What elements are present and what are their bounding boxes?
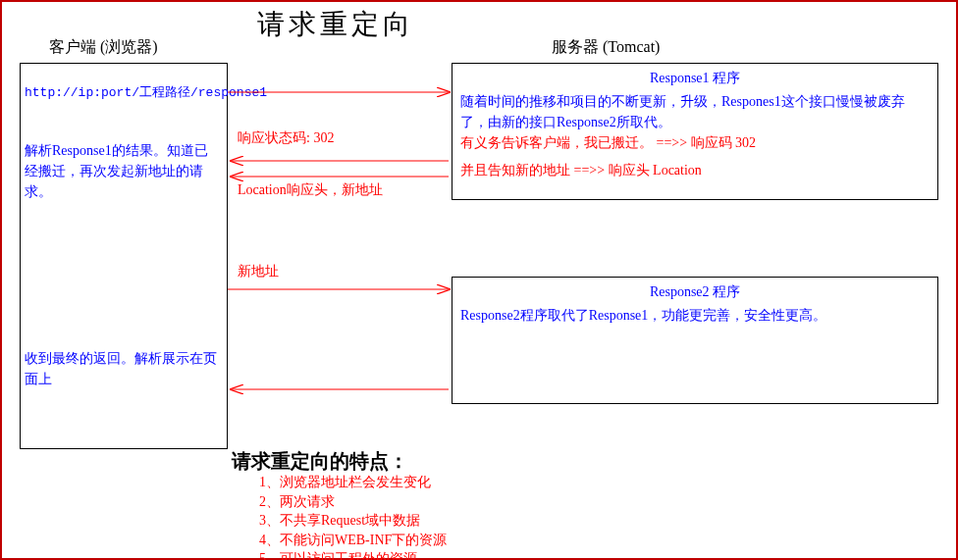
arrow-location-header-label: Location响应头，新地址 <box>238 181 383 199</box>
client-box: http://ip:port/工程路径/response1 解析Response… <box>20 63 228 449</box>
feature-item: 2、两次请求 <box>259 492 447 512</box>
diagram-title: 请求重定向 <box>257 6 414 43</box>
feature-item: 3、不共享Request域中数据 <box>259 511 447 531</box>
response1-heading: Response1 程序 <box>452 70 937 87</box>
feature-item: 4、不能访问WEB-INF下的资源 <box>259 531 447 550</box>
response2-heading: Response2 程序 <box>452 283 937 301</box>
response1-box: Response1 程序 随着时间的推移和项目的不断更新，升级，Respones… <box>452 63 938 200</box>
feature-item: 1、浏览器地址栏会发生变化 <box>259 473 447 492</box>
response2-desc: Response2程序取代了Response1，功能更完善，安全性更高。 <box>460 305 931 326</box>
response1-duty: 有义务告诉客户端，我已搬迁。 ==>> 响应码 302 <box>460 134 931 152</box>
response2-box: Response2 程序 Response2程序取代了Response1，功能更… <box>452 277 938 404</box>
features-list: 1、浏览器地址栏会发生变化 2、两次请求 3、不共享Request域中数据 4、… <box>259 473 447 560</box>
client-parse-text: 解析Response1的结果。知道已经搬迁，再次发起新地址的请求。 <box>25 140 221 202</box>
diagram-canvas: 请求重定向 客户端 (浏览器) 服务器 (Tomcat) http://ip:p… <box>0 0 958 560</box>
client-final-text: 收到最终的返回。解析展示在页面上 <box>25 348 221 389</box>
feature-item: 5、可以访问工程外的资源 <box>259 549 447 560</box>
response1-desc: 随着时间的推移和项目的不断更新，升级，Respones1这个接口慢慢被废弃了，由… <box>460 91 931 132</box>
client-url: http://ip:port/工程路径/response1 <box>25 83 267 101</box>
response1-tellnew: 并且告知新的地址 ==>> 响应头 Location <box>460 162 931 179</box>
features-title: 请求重定向的特点： <box>232 448 408 475</box>
arrow-status-code-label: 响应状态码: 302 <box>238 129 334 147</box>
server-label: 服务器 (Tomcat) <box>552 37 660 58</box>
arrow-new-addr-label: 新地址 <box>238 263 279 280</box>
client-label: 客户端 (浏览器) <box>49 37 158 58</box>
